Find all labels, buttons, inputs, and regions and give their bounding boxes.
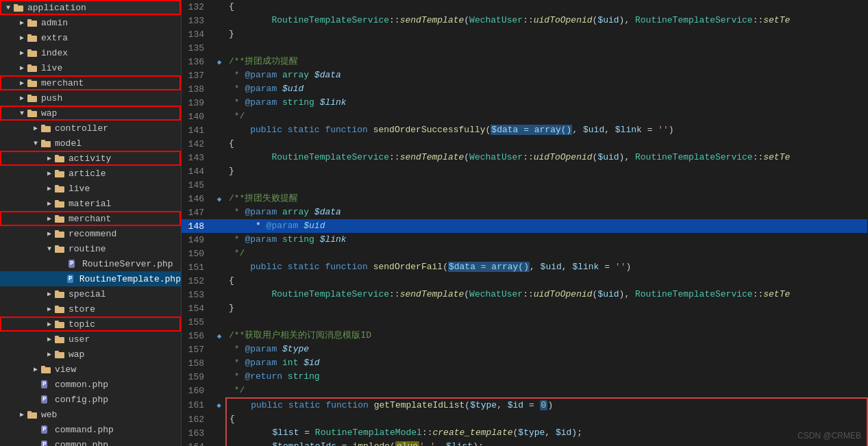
sidebar-item-label: live xyxy=(41,63,62,73)
sidebar-item-merchant[interactable]: ▶ merchant xyxy=(0,211,181,226)
folder-icon xyxy=(55,214,66,223)
arrow-icon: ▶ xyxy=(16,79,27,87)
line-number: 137 xyxy=(182,69,212,82)
fold-arrow xyxy=(212,151,226,164)
line-number: 144 xyxy=(182,164,212,178)
sidebar-item-label: RoutineServer.php xyxy=(82,259,173,269)
sidebar-item-index[interactable]: ▶ index xyxy=(0,45,181,60)
svg-rect-8 xyxy=(27,66,37,72)
sidebar-item-admin[interactable]: ▶ admin xyxy=(0,15,181,30)
svg-rect-19 xyxy=(41,140,45,142)
line-code: $list = RoutineTemplateModel::create_tem… xyxy=(226,426,867,440)
line-code: } xyxy=(226,164,867,178)
svg-rect-35 xyxy=(55,290,59,293)
sidebar-item-view[interactable]: ▶ view xyxy=(0,362,181,377)
folder-icon xyxy=(27,94,38,102)
sidebar-item-label: user xyxy=(69,334,90,345)
sidebar-item-material[interactable]: ▶ material xyxy=(0,196,181,211)
svg-rect-38 xyxy=(55,322,64,328)
svg-rect-41 xyxy=(55,336,59,338)
sidebar-item-routinetemplate[interactable]: P RoutineTemplate.php xyxy=(0,271,181,286)
svg-rect-40 xyxy=(55,337,64,343)
fold-arrow xyxy=(212,137,226,151)
line-code: { xyxy=(226,274,867,288)
folder-icon xyxy=(55,290,66,298)
fold-arrow xyxy=(212,315,226,329)
sidebar-item-user[interactable]: ▶ user xyxy=(0,332,181,347)
sidebar-item-article[interactable]: ▶ article xyxy=(0,166,181,181)
svg-rect-17 xyxy=(41,125,45,127)
code-editor[interactable]: 132 { 133 RoutineTemplateService::sendTe… xyxy=(182,0,868,446)
sidebar-item-push[interactable]: ▶ push xyxy=(0,90,181,106)
fold-arrow xyxy=(212,41,226,55)
sidebar-item-merchant-top[interactable]: ▶ merchant xyxy=(0,75,181,90)
sidebar-item-label: index xyxy=(41,48,68,58)
sidebar-item-application[interactable]: ▼ application xyxy=(0,0,181,15)
line-number: 156 xyxy=(182,329,212,343)
table-row: 154 } xyxy=(182,301,867,315)
sidebar-item-label: push xyxy=(41,93,62,103)
table-row: 163 $list = RoutineTemplateModel::create… xyxy=(182,426,867,440)
sidebar-item-label: wap xyxy=(41,108,57,119)
svg-rect-32 xyxy=(55,247,64,253)
sidebar-item-controller[interactable]: ▶ controller xyxy=(0,121,181,136)
svg-rect-20 xyxy=(55,156,64,162)
svg-rect-2 xyxy=(27,21,37,27)
sidebar-item-web[interactable]: ▶ web xyxy=(0,407,181,422)
line-number: 143 xyxy=(182,151,212,164)
sidebar-item-model[interactable]: ▼ model xyxy=(0,136,181,151)
svg-rect-34 xyxy=(55,292,64,298)
line-code: * @param string $link xyxy=(226,233,867,247)
sidebar-item-label: recommend xyxy=(69,229,116,239)
table-row: 134 } xyxy=(182,27,867,41)
svg-rect-37 xyxy=(55,306,59,308)
line-code: RoutineTemplateService::sendTemplate(Wec… xyxy=(226,151,867,164)
sidebar-item-label: article xyxy=(69,169,106,179)
folder-icon xyxy=(27,410,38,419)
sidebar-item-label: topic xyxy=(69,319,95,330)
sidebar-item-routine[interactable]: ▼ routine xyxy=(0,241,181,256)
line-number: 163 xyxy=(182,426,212,440)
sidebar-item-wap2[interactable]: ▶ wap xyxy=(0,347,181,362)
sidebar-item-routineserver[interactable]: P RoutineServer.php xyxy=(0,256,181,271)
svg-rect-9 xyxy=(27,64,32,66)
fold-arrow xyxy=(212,247,226,260)
arrow-icon: ▶ xyxy=(44,350,55,358)
sidebar-item-live2[interactable]: ▶ live xyxy=(0,181,181,196)
line-number: 136 xyxy=(182,55,212,69)
table-row: 141 public static function sendOrderSucc… xyxy=(182,123,867,137)
sidebar-item-wap[interactable]: ▼ wap xyxy=(0,106,181,121)
arrow-icon: ▼ xyxy=(44,245,55,253)
table-row: 135 xyxy=(182,41,867,55)
sidebar-item-store[interactable]: ▶ store xyxy=(0,301,181,317)
svg-rect-24 xyxy=(55,186,64,193)
sidebar-item-common-php[interactable]: P common.php xyxy=(0,377,181,392)
folder-icon xyxy=(14,3,25,12)
sidebar-item-command-php[interactable]: P command.php xyxy=(0,422,181,437)
line-code: } xyxy=(226,27,867,41)
sidebar-item-label: model xyxy=(55,138,82,149)
sidebar-item-special[interactable]: ▶ special xyxy=(0,286,181,301)
fold-arrow xyxy=(212,164,226,178)
line-number: 141 xyxy=(182,123,212,137)
arrow-icon: ▶ xyxy=(44,290,55,298)
sidebar-item-common-php2[interactable]: P common.php xyxy=(0,437,181,446)
sidebar-item-activity[interactable]: ▶ activity xyxy=(0,151,181,166)
sidebar-item-live[interactable]: ▶ live xyxy=(0,60,181,75)
sidebar-item-config-php[interactable]: P config.php xyxy=(0,392,181,407)
folder-icon xyxy=(27,109,38,117)
sidebar-item-topic[interactable]: ▶ topic xyxy=(0,317,181,332)
svg-rect-4 xyxy=(27,36,37,42)
file-tree[interactable]: ▼ application ▶ admin ▶ extra ▶ index ▶ xyxy=(0,0,182,446)
table-row: 145 xyxy=(182,178,867,192)
svg-rect-28 xyxy=(55,216,64,223)
sidebar-item-extra[interactable]: ▶ extra xyxy=(0,30,181,45)
line-code: $templateIds = implode(glue',', $list); xyxy=(226,440,867,446)
fold-arrow xyxy=(212,412,226,426)
svg-rect-0 xyxy=(14,5,23,12)
fold-arrow xyxy=(212,343,226,356)
table-row: 162 { xyxy=(182,412,867,426)
sidebar-item-recommend[interactable]: ▶ recommend xyxy=(0,226,181,241)
line-number: 151 xyxy=(182,260,212,274)
table-row: 146 ◆ /**拼团失败提醒 xyxy=(182,192,867,206)
